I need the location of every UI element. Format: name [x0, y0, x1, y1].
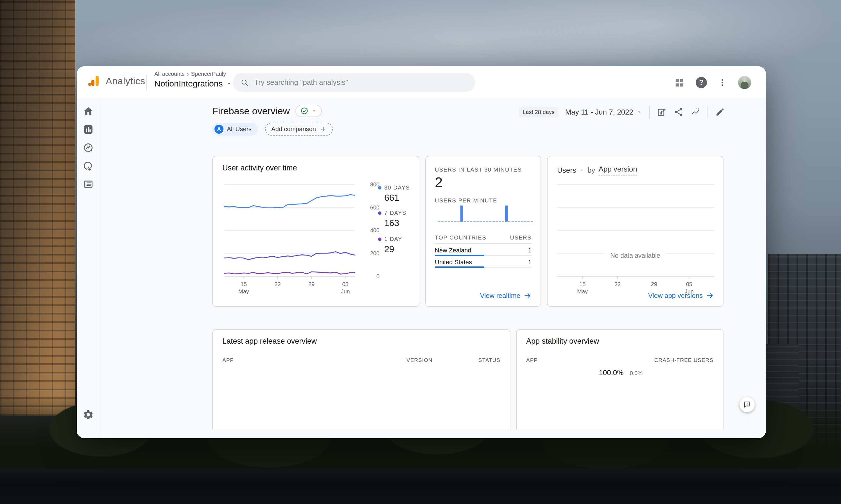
breadcrumb: All accounts › SpencerPauly	[154, 71, 232, 77]
apps-grid-button[interactable]	[674, 77, 685, 88]
per-minute-dash	[508, 221, 511, 222]
plus-icon	[320, 126, 327, 132]
per-minute-dash	[493, 221, 495, 222]
view-realtime-link[interactable]: View realtime	[480, 292, 532, 300]
per-minute-dash	[445, 221, 447, 222]
report-title-row: Firebase overview	[212, 105, 322, 117]
svg-text:29: 29	[651, 281, 657, 287]
country-bar	[435, 255, 484, 256]
add-comparison-chip[interactable]: Add comparison	[265, 123, 333, 136]
avatar[interactable]	[738, 76, 751, 89]
sidebar-item-advertising[interactable]	[83, 161, 93, 173]
card-title: User activity over time	[222, 164, 297, 173]
per-minute-dash	[502, 221, 504, 222]
check-circle-icon	[301, 107, 308, 115]
per-minute-dash	[467, 221, 469, 222]
per-minute-dash	[464, 221, 466, 222]
all-users-label: All Users	[227, 126, 252, 133]
advertising-icon	[83, 161, 93, 172]
sidebar-item-admin[interactable]	[83, 409, 94, 421]
svg-text:05: 05	[342, 281, 348, 287]
per-minute-dash	[515, 221, 517, 222]
per-minute-dash	[499, 221, 501, 222]
legend-label: 30 DAYS	[384, 184, 410, 191]
edit-report-button[interactable]	[715, 107, 725, 117]
insights-button[interactable]	[691, 107, 700, 117]
svg-text:22: 22	[615, 281, 621, 287]
user-activity-card: User activity over time 15May222905Jun 8…	[212, 156, 419, 307]
svg-text:15: 15	[579, 281, 585, 287]
per-minute-dash	[480, 221, 482, 222]
per-minute-bar	[460, 205, 463, 221]
per-minute-dash	[527, 221, 530, 222]
chevron-down-icon	[226, 81, 232, 87]
per-minute-dash	[531, 221, 533, 222]
sidebar-item-reports[interactable]	[83, 124, 94, 136]
header-actions: ?	[674, 66, 751, 98]
property-dropdown[interactable]: NotionIntegrations	[154, 79, 232, 88]
card-title: App stability overview	[526, 337, 599, 346]
more-menu-button[interactable]	[718, 78, 727, 87]
date-badge: Last 28 days	[519, 107, 558, 118]
col-status: STATUS	[478, 357, 500, 363]
table-divider-dark-segment	[526, 367, 549, 367]
per-minute-dash	[441, 221, 444, 222]
date-range-selector[interactable]: May 11 - Jun 7, 2022	[565, 108, 642, 116]
view-app-versions-link[interactable]: View app versions	[648, 292, 714, 300]
view-realtime-label: View realtime	[480, 292, 520, 300]
crash-free-secondary: 0.0%	[630, 370, 642, 377]
app-version-card: Users by App version 15May222905Jun No d…	[547, 156, 723, 307]
no-data-message: No data available	[548, 252, 723, 259]
sidebar-item-home[interactable]	[83, 106, 93, 118]
table-divider	[222, 367, 500, 367]
arrow-right-icon	[706, 292, 714, 300]
apps-grid-icon	[674, 77, 685, 88]
explore-icon	[83, 142, 93, 153]
account-property-selector[interactable]: All accounts › SpencerPauly NotionIntegr…	[154, 71, 232, 88]
svg-text:Jun: Jun	[341, 288, 350, 294]
arrow-right-icon	[524, 292, 532, 300]
feedback-button[interactable]	[739, 397, 755, 412]
search-input[interactable]	[254, 78, 467, 87]
per-minute-dash	[473, 221, 476, 222]
add-comparison-label: Add comparison	[271, 126, 316, 133]
share-button[interactable]	[674, 107, 683, 117]
sidebar-item-explore[interactable]	[83, 142, 93, 154]
metric-selector[interactable]: Users	[557, 166, 576, 175]
background-building-left	[0, 0, 75, 416]
analytics-window: Analytics All accounts › SpencerPauly No…	[77, 66, 766, 438]
dimension-selector[interactable]: App version	[598, 165, 637, 176]
help-button[interactable]: ?	[696, 77, 707, 88]
configure-icon	[83, 179, 93, 190]
sidebar-item-configure[interactable]	[83, 179, 93, 191]
report-status-pill[interactable]	[295, 105, 322, 117]
by-label: by	[587, 166, 595, 175]
app-release-card: Latest app release overview APP VERSION …	[212, 329, 511, 429]
customize-report-button[interactable]	[657, 107, 667, 117]
top-countries-header: TOP COUNTRIES	[435, 234, 486, 241]
crash-free-values: 100.0% 0.0%	[599, 368, 642, 377]
breadcrumb-all-accounts[interactable]: All accounts	[154, 71, 185, 77]
svg-text:May: May	[577, 288, 588, 294]
country-bar	[435, 267, 484, 268]
feedback-icon	[743, 400, 751, 409]
chevron-down-icon	[312, 108, 317, 113]
page-title: Firebase overview	[212, 106, 290, 116]
analytics-logo-icon	[87, 74, 101, 88]
home-icon	[83, 106, 93, 116]
y-axis-tick: 600	[363, 204, 379, 211]
date-range-text: May 11 - Jun 7, 2022	[565, 108, 633, 116]
comparison-letter-badge: A	[214, 125, 223, 134]
sidebar	[77, 98, 100, 438]
all-users-chip[interactable]: A All Users	[212, 123, 258, 136]
logo-home-link[interactable]: Analytics	[87, 74, 145, 88]
per-minute-dash	[483, 221, 485, 222]
breadcrumb-account[interactable]: SpencerPauly	[191, 71, 226, 77]
gear-icon	[83, 409, 94, 420]
realtime-title: USERS IN LAST 30 MINUTES	[435, 166, 522, 173]
table-divider	[526, 367, 714, 367]
per-minute-dash	[496, 221, 498, 222]
insights-icon	[691, 107, 700, 117]
legend-item-7-days: 7 DAYS 163	[378, 210, 407, 228]
comparison-chips: A All Users Add comparison	[212, 123, 333, 136]
